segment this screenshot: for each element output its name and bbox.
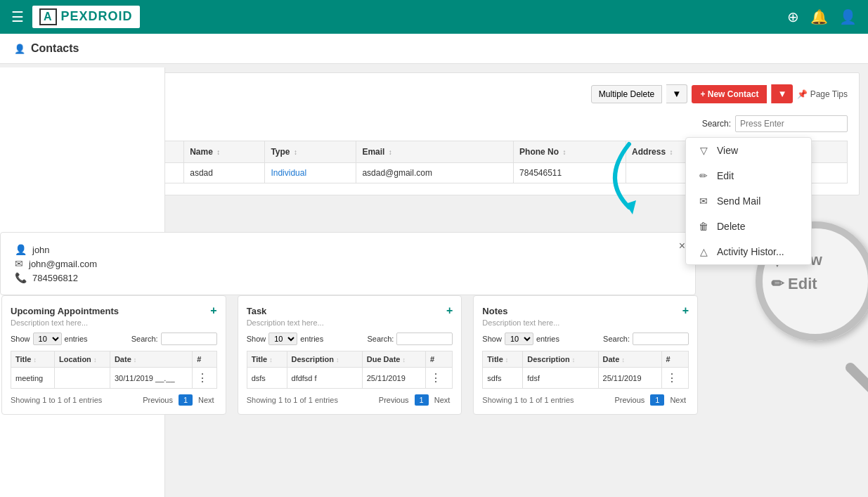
task-action-cell[interactable]: ⋮ (425, 368, 452, 389)
notes-row: sdfs fdsf 25/11/2019 ⋮ (483, 368, 689, 389)
contact-name-row: 👤 john (15, 244, 681, 255)
appointments-panel: Upcoming Appointments + Description text… (1, 295, 226, 415)
page-header: 👤 Contacts (0, 34, 868, 64)
notes-search: Search: (603, 333, 689, 345)
contact-phone-row: 📞 784596812 (15, 272, 681, 283)
task-entries-select[interactable]: 10 (268, 333, 297, 345)
cell-name: asdad (184, 163, 265, 183)
appt-location (54, 368, 110, 389)
task-footer: Showing 1 to 1 of 1 entries Previous 1 N… (247, 394, 453, 406)
task-controls: Show 10 entries Search: (247, 333, 453, 345)
notes-action-cell[interactable]: ⋮ (661, 368, 688, 389)
contact-name: john (32, 245, 50, 255)
logo: A PEXDROID (32, 6, 140, 28)
notes-footer: Showing 1 to 1 of 1 entries Previous 1 N… (482, 394, 689, 406)
task-add-button[interactable]: + (446, 304, 453, 317)
multiple-delete-dropdown[interactable]: ▼ (666, 84, 687, 103)
cell-type: Individual (265, 163, 356, 183)
bell-icon[interactable]: 🔔 (810, 8, 828, 25)
appointments-showing: Showing 1 to 1 of 1 entries (11, 396, 102, 404)
appointments-prev-button[interactable]: Previous (140, 394, 176, 406)
page-tips-button[interactable]: 📌 Page Tips (797, 89, 848, 99)
magnifier-overlay: ▽ View ✏ Edit ✉ Send Mail 🗑 Delete △ Act… (601, 130, 868, 320)
menu-icon[interactable]: ☰ (11, 8, 24, 25)
notes-controls: Show 10 entries Search: (482, 333, 689, 345)
notes-show: Show 10 entries (482, 333, 559, 345)
notes-table: Title ↕ Description ↕ Date ↕ # sdfs fdsf… (482, 351, 689, 389)
context-menu-sendmail[interactable]: ✉ Send Mail (686, 188, 811, 214)
header: ☰ A PEXDROID ⊕ 🔔 👤 (0, 0, 868, 34)
contact-email: john@gmail.com (29, 259, 97, 269)
contact-phone: 784596812 (32, 273, 78, 283)
task-search-input[interactable] (396, 333, 453, 345)
task-next-button[interactable]: Next (432, 394, 453, 406)
notes-entries-select[interactable]: 10 (505, 333, 533, 345)
appt-action[interactable]: ⋮ (193, 368, 217, 389)
task-desc: Description text here... (247, 318, 453, 327)
col-location: Location ↕ (54, 351, 110, 368)
col-title: Title ↕ (11, 351, 55, 368)
new-contact-dropdown[interactable]: ▼ (771, 84, 792, 103)
notes-page-1[interactable]: 1 (650, 394, 664, 406)
context-menu-activity[interactable]: △ Activity Histor... (686, 239, 811, 264)
edit-icon: ✏ (697, 170, 710, 181)
contact-info: 👤 john ✉ john@gmail.com 📞 784596812 (15, 244, 681, 283)
task-desc-cell: dfdfsd f (287, 368, 362, 389)
header-icons: ⊕ 🔔 👤 (787, 8, 857, 25)
appointments-page-1[interactable]: 1 (179, 394, 193, 406)
col-task-title: Title ↕ (247, 351, 287, 368)
appointments-title: Upcoming Appointments (11, 306, 119, 316)
notes-prev-button[interactable]: Previous (611, 394, 647, 406)
task-show: Show 10 entries (247, 333, 324, 345)
appointments-search-input[interactable] (161, 333, 217, 345)
contact-detail-panel: × 👤 john ✉ john@gmail.com 📞 784596812 (0, 232, 696, 295)
appointments-footer: Showing 1 to 1 of 1 entries Previous 1 N… (11, 394, 217, 406)
activity-icon: △ (697, 246, 710, 257)
appointments-entries-select[interactable]: 10 (33, 333, 62, 345)
task-search: Search: (367, 333, 453, 345)
task-prev-button[interactable]: Previous (376, 394, 412, 406)
col-name: Name ↕ (184, 141, 265, 163)
task-page-1[interactable]: 1 (415, 394, 429, 406)
notes-search-input[interactable] (633, 333, 689, 345)
add-icon[interactable]: ⊕ (787, 8, 799, 25)
col-action: # (193, 351, 217, 368)
contact-list-actions: Multiple Delete ▼ + New Contact ▼ 📌 Page… (591, 84, 848, 103)
contact-email-row: ✉ john@gmail.com (15, 258, 681, 269)
teal-arrow-svg (587, 137, 685, 214)
appointments-header: Upcoming Appointments + (11, 304, 217, 317)
new-contact-button[interactable]: + New Contact (692, 85, 767, 103)
notes-next-button[interactable]: Next (667, 394, 689, 406)
notes-title-cell: sdfs (483, 368, 523, 389)
appointments-add-button[interactable]: + (210, 304, 216, 317)
task-pagination: Previous 1 Next (376, 394, 453, 406)
logo-text: A PEXDROID (39, 8, 133, 25)
search-input[interactable] (735, 115, 848, 132)
search-area: Search: (702, 115, 848, 132)
task-due-cell: 25/11/2019 (362, 368, 425, 389)
appt-title: meeting (11, 368, 55, 389)
appointments-next-button[interactable]: Next (195, 394, 217, 406)
col-type: Type ↕ (265, 141, 356, 163)
notes-table-header: Title ↕ Description ↕ Date ↕ # (483, 351, 689, 368)
location-pin-icon: 📌 (797, 89, 808, 99)
appointments-row: meeting 30/11/2019 __.__ ⋮ (11, 368, 217, 389)
context-menu-view[interactable]: ▽ View (686, 138, 811, 163)
page-title: Contacts (31, 42, 79, 55)
col-notes-date: Date ↕ (598, 351, 661, 368)
col-notes-desc: Description ↕ (523, 351, 598, 368)
appointments-search: Search: (131, 333, 217, 345)
notes-desc-cell: fdsf (523, 368, 598, 389)
task-table-header: Title ↕ Description ↕ Due Date ↕ # (247, 351, 453, 368)
appointments-table-header: Title ↕ Location ↕ Date ↕ # (11, 351, 217, 368)
context-menu-delete[interactable]: 🗑 Delete (686, 214, 811, 239)
col-notes-title: Title ↕ (483, 351, 523, 368)
user-icon[interactable]: 👤 (839, 8, 857, 25)
appointments-desc: Description text here... (11, 318, 217, 327)
multiple-delete-button[interactable]: Multiple Delete (591, 85, 662, 103)
context-menu-edit[interactable]: ✏ Edit (686, 163, 811, 188)
col-task-action: # (425, 351, 452, 368)
notes-title: Notes (482, 306, 507, 316)
col-notes-action: # (661, 351, 688, 368)
task-panel: Task + Description text here... Show 10 … (238, 295, 462, 415)
